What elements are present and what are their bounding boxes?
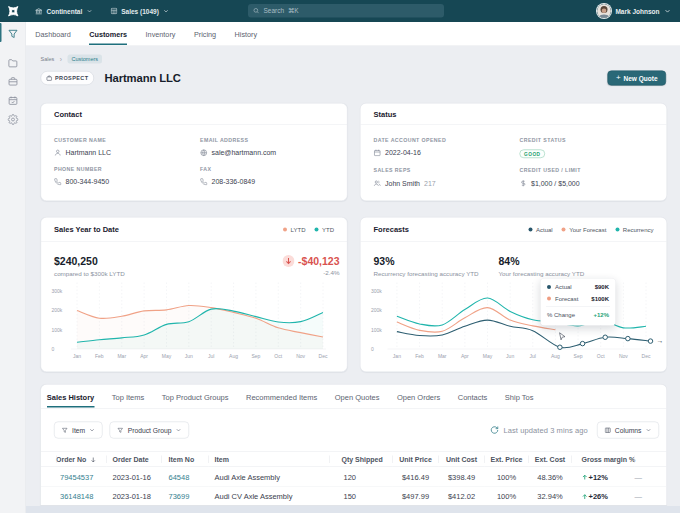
svg-text:Apr: Apr: [140, 353, 148, 359]
svg-text:300k: 300k: [52, 288, 63, 294]
svg-text:Aug: Aug: [551, 353, 560, 359]
svg-text:Apr: Apr: [461, 353, 469, 359]
svg-text:200k: 200k: [52, 307, 63, 313]
svg-text:100k: 100k: [52, 327, 63, 333]
svg-text:Jul: Jul: [530, 353, 536, 359]
svg-text:Dec: Dec: [319, 353, 328, 359]
svg-text:Jul: Jul: [208, 353, 214, 359]
svg-text:Jun: Jun: [185, 353, 193, 359]
svg-text:0: 0: [52, 346, 55, 352]
svg-text:May: May: [483, 353, 493, 359]
svg-text:0: 0: [371, 346, 374, 352]
svg-text:Sep: Sep: [574, 353, 583, 359]
svg-text:Dec: Dec: [642, 353, 651, 359]
svg-text:Oct: Oct: [597, 353, 605, 359]
svg-text:100k: 100k: [371, 327, 382, 333]
svg-text:Mar: Mar: [438, 353, 447, 359]
svg-text:Jan: Jan: [73, 353, 81, 359]
svg-text:Mar: Mar: [117, 353, 126, 359]
svg-text:Jan: Jan: [393, 353, 401, 359]
svg-text:Feb: Feb: [95, 353, 104, 359]
svg-text:Nov: Nov: [619, 353, 628, 359]
svg-text:Jun: Jun: [506, 353, 514, 359]
svg-text:Oct: Oct: [274, 353, 282, 359]
svg-text:Sep: Sep: [251, 353, 260, 359]
svg-text:Aug: Aug: [229, 353, 238, 359]
svg-text:→: →: [657, 337, 664, 344]
svg-text:Nov: Nov: [296, 353, 305, 359]
svg-text:May: May: [162, 353, 172, 359]
svg-text:300k: 300k: [371, 288, 382, 294]
svg-text:200k: 200k: [371, 307, 382, 313]
svg-text:Feb: Feb: [415, 353, 424, 359]
